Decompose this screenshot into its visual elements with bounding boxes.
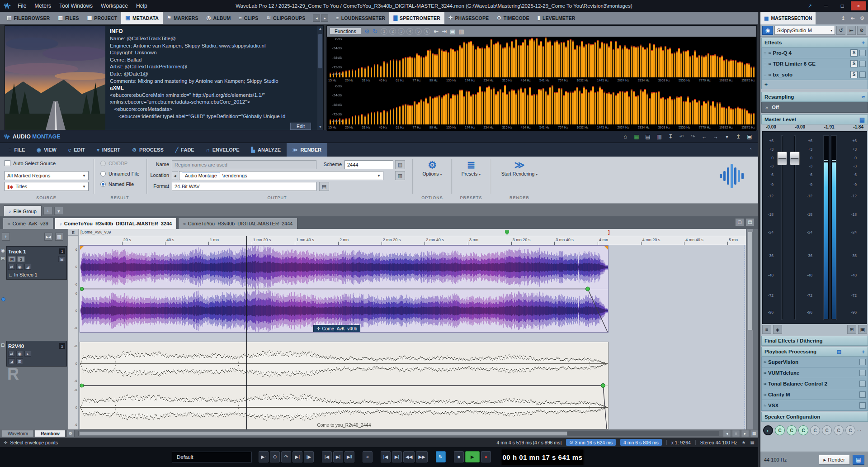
resampling-section-header[interactable]: Resampling ≈ <box>761 92 868 102</box>
compare-icon[interactable]: ▥ <box>458 28 464 35</box>
record-button[interactable]: ● <box>481 451 491 462</box>
playback-plugin-slot[interactable]: ≈VUMTdeluxe <box>761 367 868 378</box>
ribbon-tab-process[interactable]: ⚙PROCESS <box>126 143 170 157</box>
final-effects-section-header[interactable]: Final Effects / Dithering <box>761 336 868 346</box>
transport-preset-combo[interactable]: Default <box>172 452 252 462</box>
source-combo[interactable]: All Marked Regions ▼ <box>5 171 89 180</box>
grid-icon[interactable]: ⊞ <box>16 358 23 364</box>
undock-icon[interactable]: ↥ <box>839 14 847 22</box>
tool-tab-spectrometer[interactable]: ▇SPECTROMETER <box>389 12 444 24</box>
scroll-right-icon[interactable]: ▸ <box>741 430 749 437</box>
scheme-options-icon[interactable]: ▤ <box>395 160 405 169</box>
grid-icon[interactable]: ▦ <box>750 440 755 445</box>
edit-plugin-button[interactable] <box>859 381 866 387</box>
edit-plugin-button[interactable] <box>859 391 866 398</box>
history-dropdown-icon[interactable]: ▾ <box>722 132 732 141</box>
edit-metadata-button[interactable]: Edit <box>290 123 311 130</box>
speaker-2-icon[interactable]: C <box>775 425 785 435</box>
document-tab[interactable]: ≈Come_AvK_v39 <box>3 218 53 229</box>
clip-track2[interactable]: Come to you_R2v40_2444 <box>80 342 609 429</box>
preset-slot-6[interactable]: 6 <box>424 28 430 35</box>
reset-chain-icon[interactable]: ↺ <box>836 26 845 35</box>
auto-select-checkbox[interactable] <box>5 160 10 166</box>
grid-options-button[interactable]: ▦ <box>55 233 63 241</box>
new-file-icon[interactable]: ▤ <box>643 132 653 141</box>
name-input[interactable] <box>172 160 316 169</box>
playback-plugin-slot[interactable]: ≈Clarity M <box>761 389 868 400</box>
settings-icon[interactable]: ⚙ <box>857 26 866 35</box>
fast-forward-button[interactable]: ▶▶ <box>416 451 427 462</box>
zoom-menu-icon[interactable]: ≡ <box>732 430 740 437</box>
play-track-icon[interactable]: ▸ <box>24 351 31 357</box>
solo-button[interactable]: S <box>850 71 858 78</box>
tool-tab-levelmeter[interactable]: ▮LEVELMETER <box>533 12 580 24</box>
lock-icon[interactable]: ▣ <box>858 325 867 334</box>
snapshot-icon[interactable]: ▣ <box>450 28 455 35</box>
gear-icon[interactable]: ⚙ <box>858 14 866 22</box>
mute-button[interactable]: M <box>8 256 16 262</box>
tool-tab-clipgroups[interactable]: ≋CLIPGROUPS <box>263 12 310 24</box>
clip-start-handle[interactable] <box>80 246 84 250</box>
float-window-button[interactable]: ↗ <box>802 1 817 10</box>
preset-combo[interactable]: SkippyStudio-M ▾ <box>774 26 835 35</box>
speaker-3-icon[interactable]: C <box>787 425 797 435</box>
monitor-icon[interactable]: ◉ <box>16 264 23 270</box>
ribbon-tab-envelope[interactable]: ∩ENVELOPE <box>200 143 245 157</box>
tool-tab-phasescope[interactable]: ✛PHASESCOPE <box>444 12 493 24</box>
playback-plugin-slot[interactable]: ≈Tonal Balance Control 2 <box>761 378 868 389</box>
effects-section-header[interactable]: Effects + <box>761 38 868 48</box>
jog-button[interactable]: ⊙ <box>270 451 280 462</box>
file-group-tab[interactable]: ♪ File Group <box>4 205 42 216</box>
track1-header[interactable]: Track 1 1 M S ⊟ ⇄ ◉ ◢ ∟ In Stereo 1 <box>6 246 67 280</box>
fade-icon[interactable]: ◢ <box>24 264 31 270</box>
speaker-1-icon[interactable]: ◐ <box>763 425 773 435</box>
effect-slot[interactable]: ≡≈TDR Limiter 6 GES <box>761 58 868 69</box>
format-options-icon[interactable]: ▤ <box>319 182 329 191</box>
go-to-start-button[interactable]: |◀ <box>381 451 391 462</box>
tool-tab-timecode[interactable]: ⊙TIMECODE <box>493 12 533 24</box>
layout-grid-icon[interactable]: ▦ <box>632 132 642 141</box>
preset-slot-3[interactable]: 3 <box>398 28 405 35</box>
view-tab-rainbow[interactable]: Rainbow <box>35 430 66 437</box>
functions-menu-button[interactable]: Functions <box>330 28 361 35</box>
add-effect-slot[interactable]: + <box>761 80 868 89</box>
pin-icon[interactable]: ↥ <box>733 132 743 141</box>
favorite-icon[interactable]: ★ <box>742 440 746 445</box>
ribbon-tab-render[interactable]: ≫RENDER <box>287 143 327 157</box>
render-button[interactable]: ▸ Render <box>819 455 850 465</box>
preset-slot-2[interactable]: 2 <box>389 28 396 35</box>
collapse-icon[interactable]: ⇤ <box>849 14 857 22</box>
scrollbar-thumb[interactable] <box>318 34 322 68</box>
go-to-end-button[interactable]: ▶| <box>392 451 402 462</box>
fader-right[interactable] <box>790 135 800 320</box>
rewind-button[interactable]: ◀◀ <box>403 451 415 462</box>
location-back-icon[interactable]: ◂ <box>172 171 178 180</box>
playback-speed-button[interactable]: » <box>363 451 373 462</box>
solo-button[interactable]: S <box>850 60 858 67</box>
record-arm-indicator[interactable] <box>1 297 5 301</box>
jump-end-icon[interactable]: ⇥ <box>442 28 447 35</box>
speaker-7-icon[interactable]: C <box>834 425 844 435</box>
speaker-4-icon[interactable]: C <box>798 425 808 435</box>
bypass-all-icon[interactable]: ⇤ <box>847 26 856 35</box>
tool-tab-metadata[interactable]: ▣METADATA <box>121 12 163 24</box>
edit-cursor[interactable] <box>246 236 247 429</box>
speaker-6-icon[interactable]: C <box>822 425 832 435</box>
scroll-down-icon[interactable]: ▼ <box>317 125 323 129</box>
track-options-icon[interactable]: ⊟ <box>58 256 65 262</box>
marker-icon[interactable] <box>505 230 509 235</box>
tool-tab-album[interactable]: ◎ALBUM <box>203 12 235 24</box>
dock-options-icon[interactable]: ▣ <box>745 132 755 141</box>
link-faders-icon[interactable]: ≡ <box>762 325 771 334</box>
tab-list-icon[interactable]: ▢ <box>735 218 744 226</box>
menu-file[interactable]: File <box>14 0 30 12</box>
start-rendering-button[interactable]: ≫ Start Rendering ▾ <box>494 159 545 176</box>
play-to-cursor-button[interactable]: ▶| <box>292 451 302 462</box>
tool-tab-clips[interactable]: ≈CLIPS <box>235 12 262 24</box>
selection-end-field[interactable]: 4 mn 6 s 806 ms <box>620 439 662 446</box>
fit-icon[interactable]: ▦ <box>750 430 758 437</box>
edit-plugin-button[interactable] <box>859 370 866 376</box>
shuttle-button[interactable]: ↷ <box>281 451 291 462</box>
redo-icon[interactable]: ↷ <box>688 132 698 141</box>
settings-icon[interactable]: ⚙ <box>364 28 370 35</box>
